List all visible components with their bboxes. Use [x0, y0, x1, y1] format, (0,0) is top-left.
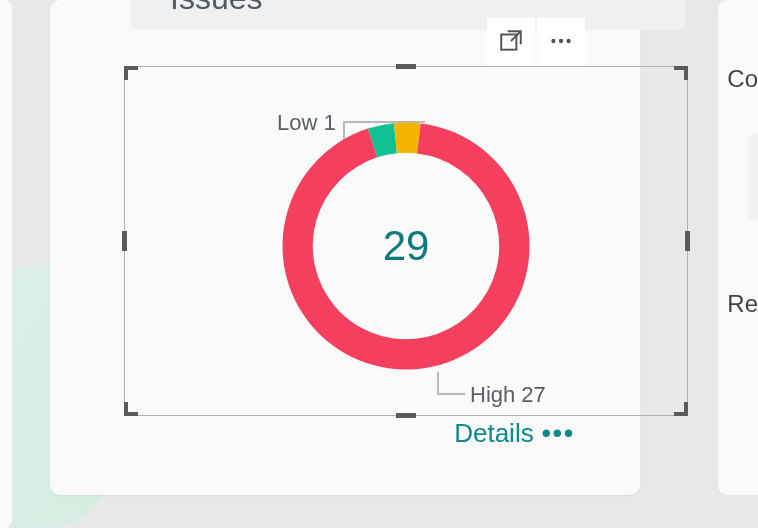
- details-label: Details: [454, 418, 533, 449]
- details-link[interactable]: Details •••: [454, 418, 575, 449]
- left-card-sliver: [0, 0, 12, 528]
- selection-handle-right[interactable]: [685, 231, 690, 251]
- selection-handle-bl[interactable]: [124, 402, 138, 416]
- visual-toolbar: [487, 18, 585, 66]
- slice-label-high: High 27: [470, 382, 546, 408]
- more-options-button[interactable]: [537, 18, 585, 66]
- right-inner-box: [748, 133, 758, 221]
- donut-slice-medium[interactable]: [394, 123, 421, 154]
- right-text-fragment-1: Co: [727, 65, 758, 93]
- issues-label: Issues: [170, 0, 262, 12]
- label-connector-high: [437, 372, 465, 395]
- issues-card: Issues 8: [50, 0, 640, 495]
- selection-handle-top[interactable]: [396, 64, 416, 69]
- issues-count: 8: [557, 0, 575, 6]
- svg-point-3: [566, 38, 570, 42]
- selection-handle-tl[interactable]: [124, 66, 138, 80]
- right-text-fragment-2: Re: [727, 290, 758, 318]
- ellipsis-icon: [548, 28, 574, 57]
- issues-header-row: Issues 8: [130, 0, 685, 30]
- selection-handle-tr[interactable]: [674, 66, 688, 80]
- svg-point-2: [559, 38, 563, 42]
- donut-chart: 29: [280, 120, 532, 372]
- donut-chart-visual[interactable]: Low 1 29 High 27: [124, 66, 688, 416]
- selection-handle-bottom[interactable]: [396, 413, 416, 418]
- selection-handle-br[interactable]: [674, 402, 688, 416]
- selection-handle-left[interactable]: [122, 231, 127, 251]
- focus-mode-button[interactable]: [487, 18, 535, 66]
- details-ellipsis-icon: •••: [542, 418, 575, 449]
- donut-center-value: 29: [383, 222, 430, 270]
- export-icon: [498, 28, 524, 57]
- svg-point-1: [551, 38, 555, 42]
